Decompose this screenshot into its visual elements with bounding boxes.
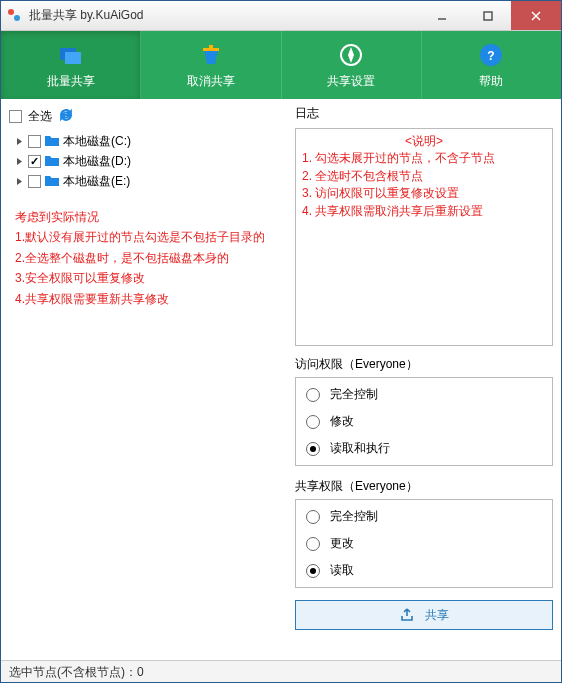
titlebar: 批量共享 by.KuAiGod bbox=[1, 1, 561, 31]
expand-icon[interactable] bbox=[13, 175, 25, 187]
share-full[interactable]: 完全控制 bbox=[306, 508, 542, 525]
log-line: 4. 共享权限需取消共享后重新设置 bbox=[302, 203, 546, 220]
note-title: 考虑到实际情况 bbox=[15, 207, 281, 227]
node-label: 本地磁盘(D:) bbox=[63, 153, 131, 170]
log-title: <说明> bbox=[302, 133, 546, 150]
share-change[interactable]: 更改 bbox=[306, 535, 542, 552]
share-perm-label: 共享权限（Everyone） bbox=[295, 478, 553, 495]
toolbar-cancel-share[interactable]: 取消共享 bbox=[141, 31, 281, 99]
folders-icon bbox=[57, 41, 85, 69]
status-text: 选中节点(不含根节点)：0 bbox=[9, 665, 144, 679]
window-title: 批量共享 by.KuAiGod bbox=[29, 7, 419, 24]
help-icon: ? bbox=[477, 41, 505, 69]
toolbar-batch-share[interactable]: 批量共享 bbox=[1, 31, 141, 99]
folder-icon bbox=[44, 153, 60, 170]
radio-icon bbox=[306, 442, 320, 456]
share-icon bbox=[399, 607, 415, 623]
right-panel: 日志 <说明> 1. 勾选未展开过的节点，不含子节点 2. 全选时不包含根节点 … bbox=[295, 105, 553, 654]
node-checkbox[interactable] bbox=[28, 175, 41, 188]
status-bar: 选中节点(不含根节点)：0 bbox=[1, 660, 561, 682]
select-header: 全选 bbox=[9, 105, 287, 127]
toolbar-share-settings[interactable]: 共享设置 bbox=[282, 31, 422, 99]
access-label: 访问权限（Everyone） bbox=[295, 356, 553, 373]
select-all-label: 全选 bbox=[28, 108, 52, 125]
folder-icon bbox=[44, 173, 60, 190]
toolbar-help-label: 帮助 bbox=[479, 73, 503, 90]
svg-rect-5 bbox=[65, 52, 81, 64]
radio-label: 读取和执行 bbox=[330, 440, 390, 457]
node-label: 本地磁盘(E:) bbox=[63, 173, 130, 190]
access-full[interactable]: 完全控制 bbox=[306, 386, 542, 403]
radio-icon bbox=[306, 388, 320, 402]
share-read[interactable]: 读取 bbox=[306, 562, 542, 579]
access-readexec[interactable]: 读取和执行 bbox=[306, 440, 542, 457]
folder-icon bbox=[44, 133, 60, 150]
radio-label: 完全控制 bbox=[330, 386, 378, 403]
toolbar: 批量共享 取消共享 共享设置 ? 帮助 bbox=[1, 31, 561, 99]
share-button-label: 共享 bbox=[425, 607, 449, 624]
note-line: 4.共享权限需要重新共享修改 bbox=[15, 289, 281, 309]
window-buttons bbox=[419, 1, 561, 30]
expand-icon[interactable] bbox=[13, 135, 25, 147]
toolbar-batch-label: 批量共享 bbox=[47, 73, 95, 90]
radio-label: 修改 bbox=[330, 413, 354, 430]
node-checkbox[interactable] bbox=[28, 135, 41, 148]
share-button[interactable]: 共享 bbox=[295, 600, 553, 630]
svg-text:?: ? bbox=[488, 49, 495, 63]
radio-icon bbox=[306, 510, 320, 524]
radio-icon bbox=[306, 537, 320, 551]
radio-icon bbox=[306, 564, 320, 578]
refresh-button[interactable] bbox=[58, 107, 74, 126]
access-group: 访问权限（Everyone） 完全控制 修改 读取和执行 bbox=[295, 350, 553, 468]
log-line: 1. 勾选未展开过的节点，不含子节点 bbox=[302, 150, 546, 167]
body: 全选 本地磁盘(C:) 本地磁盘(D:) bbox=[1, 99, 561, 660]
access-radios: 完全控制 修改 读取和执行 bbox=[295, 377, 553, 466]
node-label: 本地磁盘(C:) bbox=[63, 133, 131, 150]
left-panel: 全选 本地磁盘(C:) 本地磁盘(D:) bbox=[9, 105, 287, 654]
app-window: 批量共享 by.KuAiGod 批量共享 取消共享 共享设置 ? 帮助 bbox=[0, 0, 562, 683]
app-icon bbox=[7, 8, 23, 24]
toolbar-cancel-label: 取消共享 bbox=[187, 73, 235, 90]
note-line: 2.全选整个磁盘时，是不包括磁盘本身的 bbox=[15, 248, 281, 268]
access-modify[interactable]: 修改 bbox=[306, 413, 542, 430]
svg-rect-6 bbox=[209, 45, 213, 48]
svg-rect-1 bbox=[484, 12, 492, 20]
toolbar-settings-label: 共享设置 bbox=[327, 73, 375, 90]
tree-node-e[interactable]: 本地磁盘(E:) bbox=[9, 171, 287, 191]
drive-tree: 本地磁盘(C:) 本地磁盘(D:) 本地磁盘(E:) bbox=[9, 127, 287, 191]
left-note: 考虑到实际情况 1.默认没有展开过的节点勾选是不包括子目录的 2.全选整个磁盘时… bbox=[9, 201, 287, 315]
tree-node-c[interactable]: 本地磁盘(C:) bbox=[9, 131, 287, 151]
toolbar-help[interactable]: ? 帮助 bbox=[422, 31, 561, 99]
log-line: 3. 访问权限可以重复修改设置 bbox=[302, 185, 546, 202]
radio-icon bbox=[306, 415, 320, 429]
log-label: 日志 bbox=[295, 105, 553, 122]
expand-icon[interactable] bbox=[13, 155, 25, 167]
share-group: 共享权限（Everyone） 完全控制 更改 读取 bbox=[295, 472, 553, 590]
radio-label: 更改 bbox=[330, 535, 354, 552]
node-checkbox[interactable] bbox=[28, 155, 41, 168]
radio-label: 完全控制 bbox=[330, 508, 378, 525]
share-radios: 完全控制 更改 读取 bbox=[295, 499, 553, 588]
note-line: 1.默认没有展开过的节点勾选是不包括子目录的 bbox=[15, 227, 281, 247]
log-line: 2. 全选时不包含根节点 bbox=[302, 168, 546, 185]
maximize-button[interactable] bbox=[465, 1, 511, 30]
note-line: 3.安全权限可以重复修改 bbox=[15, 268, 281, 288]
trash-icon bbox=[197, 41, 225, 69]
tree-node-d[interactable]: 本地磁盘(D:) bbox=[9, 151, 287, 171]
select-all-checkbox[interactable] bbox=[9, 110, 22, 123]
radio-label: 读取 bbox=[330, 562, 354, 579]
minimize-button[interactable] bbox=[419, 1, 465, 30]
log-box: <说明> 1. 勾选未展开过的节点，不含子节点 2. 全选时不包含根节点 3. … bbox=[295, 128, 553, 346]
close-button[interactable] bbox=[511, 1, 561, 30]
compass-icon bbox=[337, 41, 365, 69]
